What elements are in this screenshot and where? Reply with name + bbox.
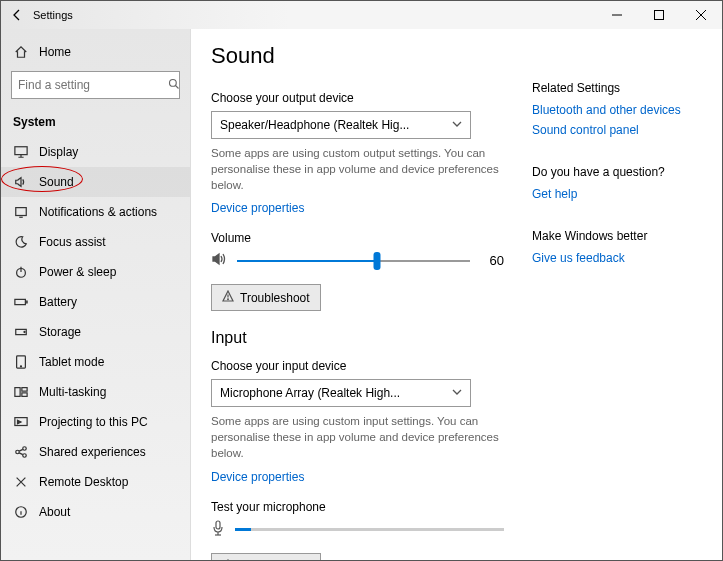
display-icon	[13, 144, 29, 160]
share-icon	[13, 444, 29, 460]
sidebar-item-remote-desktop[interactable]: Remote Desktop	[1, 467, 190, 497]
sidebar-item-multi-tasking[interactable]: Multi-tasking	[1, 377, 190, 407]
back-button[interactable]	[1, 8, 33, 22]
sidebar-item-projecting-to-this-pc[interactable]: Projecting to this PC	[1, 407, 190, 437]
svg-rect-2	[15, 147, 27, 155]
sidebar-item-storage[interactable]: Storage	[1, 317, 190, 347]
svg-rect-5	[15, 299, 26, 304]
sidebar-item-label: Sound	[39, 175, 74, 189]
warning-icon	[222, 290, 234, 305]
sidebar-item-label: Battery	[39, 295, 77, 309]
svg-rect-11	[22, 388, 27, 392]
sidebar-item-focus-assist[interactable]: Focus assist	[1, 227, 190, 257]
svg-point-15	[23, 447, 27, 451]
svg-point-9	[20, 366, 21, 367]
search-input[interactable]	[18, 78, 168, 92]
sidebar-item-label: Shared experiences	[39, 445, 146, 459]
svg-rect-12	[22, 393, 27, 397]
output-device-value: Speaker/Headphone (Realtek Hig...	[220, 118, 409, 132]
sidebar: Home System DisplaySoundNotifications & …	[1, 29, 191, 560]
multi-icon	[13, 384, 29, 400]
nav-home[interactable]: Home	[1, 37, 190, 67]
about-icon	[13, 504, 29, 520]
link-get-help[interactable]: Get help	[532, 187, 702, 201]
link-bluetooth[interactable]: Bluetooth and other devices	[532, 103, 702, 117]
sidebar-item-label: Display	[39, 145, 78, 159]
sidebar-item-label: Projecting to this PC	[39, 415, 148, 429]
sidebar-item-tablet-mode[interactable]: Tablet mode	[1, 347, 190, 377]
moon-icon	[13, 234, 29, 250]
sidebar-item-notifications-actions[interactable]: Notifications & actions	[1, 197, 190, 227]
mic-level-bar	[235, 528, 504, 531]
project-icon	[13, 414, 29, 430]
sidebar-item-shared-experiences[interactable]: Shared experiences	[1, 437, 190, 467]
svg-rect-3	[16, 208, 27, 216]
input-device-label: Choose your input device	[211, 359, 504, 373]
mic-test-label: Test your microphone	[211, 500, 504, 514]
input-device-select[interactable]: Microphone Array (Realtek High...	[211, 379, 471, 407]
power-icon	[13, 264, 29, 280]
input-troubleshoot-button[interactable]: Troubleshoot	[211, 553, 321, 560]
warning-icon	[222, 559, 234, 560]
minimize-button[interactable]	[596, 1, 638, 29]
content: Sound Choose your output device Speaker/…	[211, 43, 504, 548]
sidebar-item-label: Notifications & actions	[39, 205, 157, 219]
svg-point-16	[23, 454, 27, 458]
sidebar-section: System	[1, 109, 190, 137]
input-device-value: Microphone Array (Realtek High...	[220, 386, 400, 400]
sidebar-item-battery[interactable]: Battery	[1, 287, 190, 317]
related-heading: Related Settings	[532, 81, 702, 95]
chevron-down-icon	[452, 386, 462, 400]
sidebar-item-label: Multi-tasking	[39, 385, 106, 399]
sidebar-item-label: Storage	[39, 325, 81, 339]
svg-point-7	[24, 331, 25, 332]
input-heading: Input	[211, 329, 504, 347]
sound-icon	[13, 174, 29, 190]
volume-slider[interactable]	[237, 260, 470, 262]
svg-rect-0	[655, 11, 664, 20]
search-icon	[168, 78, 180, 93]
related-panel: Related Settings Bluetooth and other dev…	[532, 43, 702, 548]
sidebar-item-label: Power & sleep	[39, 265, 116, 279]
svg-rect-10	[15, 388, 20, 397]
sidebar-item-label: Remote Desktop	[39, 475, 128, 489]
maximize-button[interactable]	[638, 1, 680, 29]
output-device-select[interactable]: Speaker/Headphone (Realtek Hig...	[211, 111, 471, 139]
sidebar-item-sound[interactable]: Sound	[1, 167, 190, 197]
sidebar-item-label: About	[39, 505, 70, 519]
battery-icon	[13, 294, 29, 310]
sidebar-item-label: Focus assist	[39, 235, 106, 249]
chevron-down-icon	[452, 118, 462, 132]
sidebar-item-label: Tablet mode	[39, 355, 104, 369]
volume-icon	[211, 251, 227, 270]
search-box[interactable]	[11, 71, 180, 99]
sidebar-item-power-sleep[interactable]: Power & sleep	[1, 257, 190, 287]
sidebar-item-display[interactable]: Display	[1, 137, 190, 167]
home-icon	[13, 44, 29, 60]
volume-value: 60	[480, 253, 504, 268]
input-device-properties-link[interactable]: Device properties	[211, 470, 304, 484]
question-heading: Do you have a question?	[532, 165, 702, 179]
link-sound-control-panel[interactable]: Sound control panel	[532, 123, 702, 137]
feedback-heading: Make Windows better	[532, 229, 702, 243]
remote-icon	[13, 474, 29, 490]
link-give-feedback[interactable]: Give us feedback	[532, 251, 702, 265]
svg-point-18	[228, 299, 229, 300]
output-troubleshoot-button[interactable]: Troubleshoot	[211, 284, 321, 311]
nav-home-label: Home	[39, 45, 71, 59]
notify-icon	[13, 204, 29, 220]
microphone-icon	[211, 520, 225, 539]
tablet-icon	[13, 354, 29, 370]
volume-label: Volume	[211, 231, 504, 245]
page-title: Sound	[211, 43, 504, 69]
close-button[interactable]	[680, 1, 722, 29]
sidebar-item-about[interactable]: About	[1, 497, 190, 527]
window-title: Settings	[33, 9, 73, 21]
output-device-properties-link[interactable]: Device properties	[211, 201, 304, 215]
svg-rect-19	[216, 521, 220, 529]
svg-point-1	[170, 79, 177, 86]
storage-icon	[13, 324, 29, 340]
svg-point-14	[16, 450, 20, 454]
titlebar: Settings	[1, 1, 722, 29]
output-device-label: Choose your output device	[211, 91, 504, 105]
